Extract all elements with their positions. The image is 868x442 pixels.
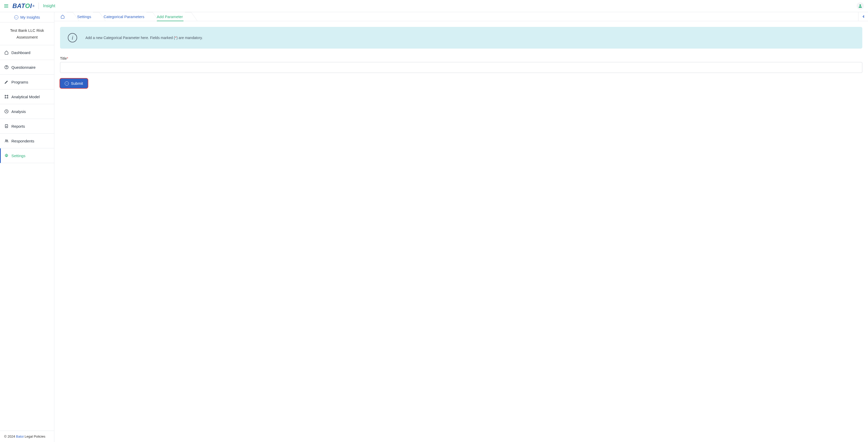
svg-point-3 [5,95,6,96]
user-icon [858,4,863,8]
top-header-left: BATOI® Insight [4,2,55,9]
app-name[interactable]: Insight [43,4,55,8]
nav-programs[interactable]: Programs [0,75,54,90]
footer-copyright-suffix: Legal Policies [24,435,45,438]
logo[interactable]: BATOI® [12,2,34,9]
nav-section: Dashboard Questionnaire Programs Analyti… [0,45,54,431]
svg-point-5 [5,97,6,98]
breadcrumb-label: Add Parameter [157,14,183,19]
top-header: BATOI® Insight [0,0,868,12]
breadcrumb-collapse-button[interactable] [858,12,868,21]
nav-respondents[interactable]: Respondents [0,134,54,148]
title-label-text: Title [60,56,67,61]
breadcrumb-label: Categorical Parameters [103,14,145,19]
breadcrumb-label: Settings [77,14,91,19]
info-text-before: Add a new Categorical Parameter here. Fi… [85,36,175,40]
clock-icon [4,109,9,114]
nav-questionnaire[interactable]: Questionnaire [0,60,54,75]
svg-point-11 [6,155,7,156]
sidebar: ← My Insights Test Bank LLC Risk Assessm… [0,12,54,442]
info-text: Add a new Categorical Parameter here. Fi… [85,36,203,40]
nav-label: Analysis [11,109,26,114]
svg-point-0 [860,4,861,6]
nav-dashboard[interactable]: Dashboard [0,45,54,60]
project-title: Test Bank LLC Risk Assessment [0,23,54,45]
home-icon [61,14,65,19]
info-banner: i Add a new Categorical Parameter here. … [60,27,862,48]
breadcrumb-bar: Settings Categorical Parameters Add Para… [54,12,868,21]
breadcrumb-home[interactable] [57,12,70,21]
user-avatar[interactable] [857,2,864,9]
triangle-left-icon [862,15,865,18]
breadcrumb-settings[interactable]: Settings [70,12,96,21]
title-label: Title* [60,56,862,61]
hamburger-icon[interactable] [4,4,8,7]
nav-analytical-model[interactable]: Analytical Model [0,90,54,104]
nav-analysis[interactable]: Analysis [0,104,54,119]
footer-batoi-link[interactable]: Batoi [16,435,24,438]
nav-label: Dashboard [11,50,30,55]
footer: © 2024 Batoi Legal Policies [0,431,54,442]
footer-copyright-prefix: © 2024 [4,435,16,438]
pen-icon [4,79,9,84]
report-icon [4,124,9,129]
question-circle-icon [4,65,9,70]
info-text-after: ) are mandatory. [177,36,203,40]
breadcrumb-active-underline [157,21,184,21]
logo-divider [38,3,39,9]
breadcrumb-add-parameter[interactable]: Add Parameter [150,12,188,21]
required-asterisk: * [67,56,68,61]
svg-point-2 [6,68,7,68]
svg-point-6 [7,97,8,98]
breadcrumb-list: Settings Categorical Parameters Add Para… [54,12,188,21]
content-area: Settings Categorical Parameters Add Para… [54,12,868,442]
svg-point-4 [7,95,8,96]
submit-label: Submit [71,81,83,86]
my-insights-label: My Insights [21,15,40,20]
breadcrumb-categorical-parameters[interactable]: Categorical Parameters [96,12,150,21]
main-wrapper: ← My Insights Test Bank LLC Risk Assessm… [0,12,868,442]
svg-point-9 [5,140,6,141]
logo-area: BATOI® Insight [12,2,55,9]
form-group-title: Title* [60,56,862,73]
gear-icon [4,153,9,158]
nav-label: Analytical Model [11,95,40,99]
svg-point-10 [7,140,8,141]
nav-settings[interactable]: Settings [0,148,54,163]
back-circle-icon: ← [14,15,19,20]
title-input[interactable] [60,62,862,73]
users-icon [4,139,9,143]
nav-label: Respondents [11,139,34,143]
model-icon [4,94,9,99]
arrow-circle-right-icon: → [65,81,69,86]
nav-label: Questionnaire [11,65,35,70]
home-icon [4,50,9,55]
nav-label: Reports [11,124,25,129]
my-insights-link[interactable]: ← My Insights [0,12,54,23]
info-icon: i [68,33,77,42]
nav-label: Programs [11,80,28,84]
content-body: i Add a new Categorical Parameter here. … [54,21,868,442]
nav-reports[interactable]: Reports [0,119,54,134]
nav-label: Settings [11,154,25,158]
submit-button[interactable]: → Submit [60,78,88,88]
